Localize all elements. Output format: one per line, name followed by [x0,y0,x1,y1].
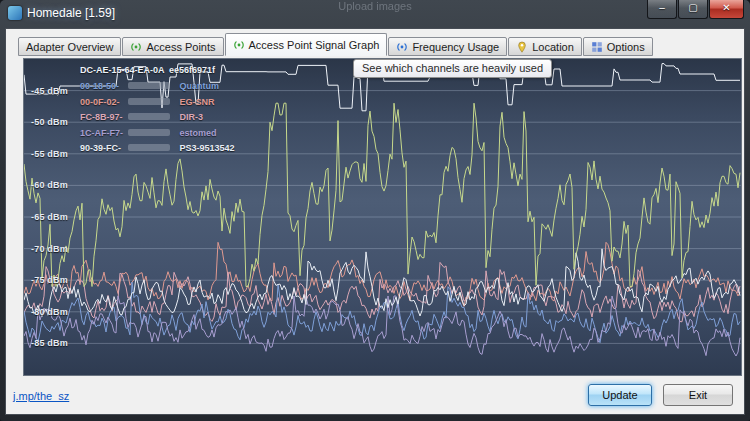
title-bar[interactable]: Upload images Homedale [1.59] – ▢ ✕ [0,0,750,28]
caption-buttons: – ▢ ✕ [646,0,744,19]
legend-mac: FC-8B-97- [80,112,126,122]
legend-row: 00-0F-02- EG-SNR [80,97,215,107]
antenna-icon [233,39,245,51]
tab-options[interactable]: Options [583,37,653,56]
homepage-link[interactable]: j.mp/the_sz [13,390,69,402]
redacted-mac [128,113,170,120]
legend-row: 90-39-FC- PS3-9513542 [80,143,235,153]
client-area: Adapter Overview Access Points Access Po… [5,28,745,415]
legend-mac: 00-0F-02- [80,97,126,107]
legend-row: DC-AE-15-64-EA-0A ee56f6971f [80,65,215,75]
axis-label: -80 dBm [31,307,68,317]
close-button[interactable]: ✕ [709,0,744,19]
tab-bar: Adapter Overview Access Points Access Po… [18,33,654,56]
axis-label: -85 dBm [31,338,68,348]
tab-access-points[interactable]: Access Points [122,37,223,56]
redacted-mac [128,129,170,136]
minimize-button[interactable]: – [647,0,677,19]
app-window: Upload images Homedale [1.59] – ▢ ✕ Adap… [0,0,750,421]
signal-graph[interactable]: -45 dBm -50 dBm -55 dBm -60 dBm -65 dBm … [23,58,742,376]
legend-mac: 90-39-FC- [80,143,126,153]
axis-label: -50 dBm [31,117,68,127]
tab-label: Adapter Overview [26,41,113,53]
redacted-mac [128,82,170,89]
tab-label: Access Point Signal Graph [249,39,380,51]
tab-label: Frequency Usage [412,41,499,53]
tab-label: Access Points [146,41,215,53]
legend-row: 00-18-50- Quantum [80,81,219,91]
tab-location[interactable]: Location [508,37,582,56]
exit-button[interactable]: Exit [663,384,733,406]
update-button[interactable]: Update [588,384,652,406]
legend-mac: 00-18-50- [80,81,126,91]
tab-adapter-overview[interactable]: Adapter Overview [18,37,121,56]
tooltip: See which channels are heavily used [353,59,552,78]
legend-row: FC-8B-97- DIR-3 [80,112,203,122]
legend-name: estomed [180,128,217,138]
maximize-button[interactable]: ▢ [678,0,708,19]
legend-mac: DC-AE-15-64-EA-0A [80,65,165,75]
legend-name: Quantum [180,81,220,91]
app-icon [8,6,22,20]
axis-label: -60 dBm [31,180,68,190]
axis-label: -65 dBm [31,212,68,222]
location-pin-icon [516,41,528,53]
tab-access-point-signal-graph[interactable]: Access Point Signal Graph [225,33,388,56]
redacted-mac [128,98,170,105]
redacted-mac [128,144,170,151]
legend-name: ee56f6971f [169,65,215,75]
axis-label: -75 dBm [31,275,68,285]
legend-name: EG-SNR [180,97,215,107]
tab-label: Location [532,41,574,53]
options-grid-icon [591,41,603,53]
legend-name: PS3-9513542 [180,143,235,153]
axis-label: -70 dBm [31,244,68,254]
axis-label: -55 dBm [31,149,68,159]
axis-label: -45 dBm [31,86,68,96]
legend-name: DIR-3 [180,112,204,122]
tab-frequency-usage[interactable]: Frequency Usage [388,37,507,56]
legend-mac: 1C-AF-F7- [80,128,126,138]
legend-row: 1C-AF-F7- estomed [80,128,217,138]
antenna-icon [130,41,142,53]
tab-label: Options [607,41,645,53]
window-title: Homedale [1.59] [27,6,115,20]
antenna-icon [396,41,408,53]
